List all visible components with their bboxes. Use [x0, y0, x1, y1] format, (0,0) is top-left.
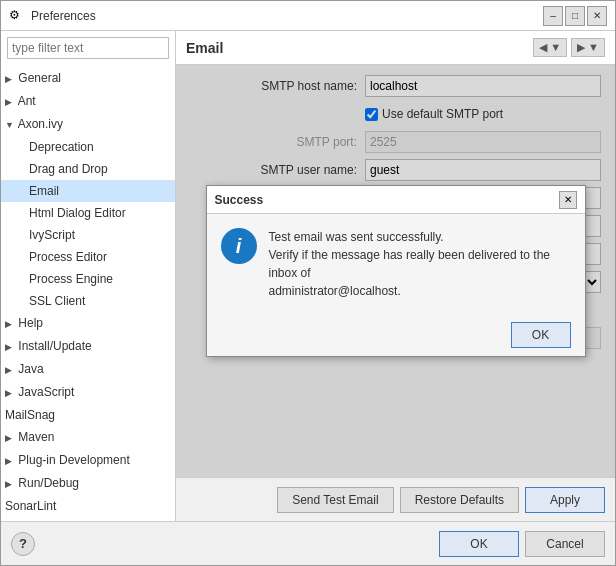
ok-button[interactable]: OK: [439, 531, 519, 557]
window-title: Preferences: [31, 9, 96, 23]
maximize-button[interactable]: □: [565, 6, 585, 26]
sidebar-item-process-editor[interactable]: Process Editor: [1, 246, 175, 268]
dialog-ok-button[interactable]: OK: [511, 322, 571, 348]
sidebar-item-axon-ivy[interactable]: ▼ Axon.ivy: [1, 113, 175, 136]
window-footer: ? OK Cancel: [1, 521, 615, 565]
minimize-button[interactable]: –: [543, 6, 563, 26]
panel-title: Email: [186, 40, 223, 56]
right-panel: Email ◀ ▼ ▶ ▼ SMTP host name: Use d: [176, 31, 615, 521]
sidebar-item-help[interactable]: ▶ Help: [1, 312, 175, 335]
info-icon: i: [221, 228, 257, 264]
preferences-window: ⚙ Preferences – □ ✕ ▶ General ▶ Ant ▼ Ax…: [0, 0, 616, 566]
sidebar-item-drag-and-drop[interactable]: Drag and Drop: [1, 158, 175, 180]
dialog-titlebar: Success ✕: [207, 186, 585, 214]
window-icon: ⚙: [9, 8, 25, 24]
cancel-button[interactable]: Cancel: [525, 531, 605, 557]
sidebar-item-ivyscript[interactable]: IvyScript: [1, 224, 175, 246]
sidebar-item-mailsnag[interactable]: MailSnag: [1, 404, 175, 426]
panel-header: Email ◀ ▼ ▶ ▼: [176, 31, 615, 65]
sidebar-item-process-engine[interactable]: Process Engine: [1, 268, 175, 290]
nav-forward-button[interactable]: ▶ ▼: [571, 38, 605, 57]
dialog-message-line1: Test email was sent successfully.: [269, 230, 444, 244]
nav-back-button[interactable]: ◀ ▼: [533, 38, 567, 57]
sidebar-item-html-dialog-editor[interactable]: Html Dialog Editor: [1, 202, 175, 224]
sidebar-item-javascript[interactable]: ▶ JavaScript: [1, 381, 175, 404]
sidebar-item-run-debug[interactable]: ▶ Run/Debug: [1, 472, 175, 495]
dialog-overlay: Success ✕ i Test email was sent successf…: [176, 65, 615, 477]
success-dialog: Success ✕ i Test email was sent successf…: [206, 185, 586, 357]
sidebar-item-ant[interactable]: ▶ Ant: [1, 90, 175, 113]
footer-right: OK Cancel: [439, 531, 605, 557]
main-content: ▶ General ▶ Ant ▼ Axon.ivy Deprecation D…: [1, 31, 615, 521]
dialog-footer: OK: [207, 314, 585, 356]
help-button[interactable]: ?: [11, 532, 35, 556]
restore-defaults-button[interactable]: Restore Defaults: [400, 487, 519, 513]
action-bar: Send Test Email Restore Defaults Apply: [176, 477, 615, 521]
dialog-body: i Test email was sent successfully. Veri…: [207, 214, 585, 314]
close-button[interactable]: ✕: [587, 6, 607, 26]
footer-left: ?: [11, 532, 35, 556]
sidebar-item-java[interactable]: ▶ Java: [1, 358, 175, 381]
sidebar-item-deprecation[interactable]: Deprecation: [1, 136, 175, 158]
sidebar: ▶ General ▶ Ant ▼ Axon.ivy Deprecation D…: [1, 31, 176, 521]
sidebar-item-ssl-client[interactable]: SSL Client: [1, 290, 175, 312]
tree: ▶ General ▶ Ant ▼ Axon.ivy Deprecation D…: [1, 65, 175, 521]
titlebar: ⚙ Preferences – □ ✕: [1, 1, 615, 31]
sidebar-item-sonarlint[interactable]: SonarLint: [1, 495, 175, 517]
dialog-message: Test email was sent successfully. Verify…: [269, 228, 571, 300]
titlebar-controls: – □ ✕: [543, 6, 607, 26]
filter-input[interactable]: [7, 37, 169, 59]
sidebar-item-plugin-dev[interactable]: ▶ Plug-in Development: [1, 449, 175, 472]
titlebar-left: ⚙ Preferences: [9, 8, 96, 24]
nav-arrows: ◀ ▼ ▶ ▼: [533, 38, 605, 57]
sidebar-item-email[interactable]: Email: [1, 180, 175, 202]
form-area: SMTP host name: Use default SMTP port SM…: [176, 65, 615, 477]
apply-button[interactable]: Apply: [525, 487, 605, 513]
sidebar-item-general[interactable]: ▶ General: [1, 67, 175, 90]
dialog-message-line3: administrator@localhost.: [269, 284, 401, 298]
dialog-message-line2: Verify if the message has really been de…: [269, 248, 551, 280]
dialog-title: Success: [215, 193, 264, 207]
dialog-close-button[interactable]: ✕: [559, 191, 577, 209]
filter-box: [7, 37, 169, 59]
send-test-email-button[interactable]: Send Test Email: [277, 487, 394, 513]
sidebar-item-maven[interactable]: ▶ Maven: [1, 426, 175, 449]
sidebar-item-install-update[interactable]: ▶ Install/Update: [1, 335, 175, 358]
